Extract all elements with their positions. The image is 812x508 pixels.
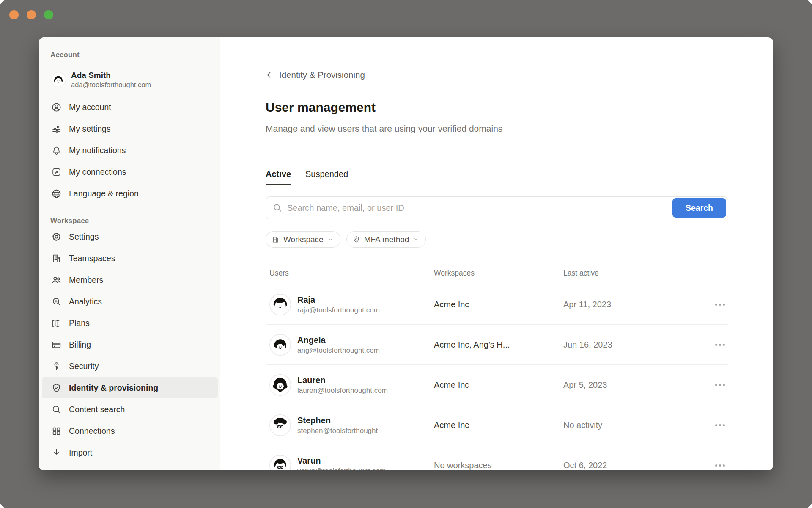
user-cell: Stephenstephen@toolsforthought — [266, 414, 434, 436]
person-circle-icon — [51, 102, 62, 113]
user-avatar — [51, 72, 66, 87]
sidebar-item-connections[interactable]: Connections — [42, 420, 218, 442]
avatar — [269, 294, 291, 315]
gear-icon — [51, 232, 62, 242]
sidebar-item-analytics[interactable]: Analytics — [42, 291, 218, 312]
sidebar-profile[interactable]: Ada Smith ada@toolsforthought.com — [42, 66, 218, 93]
sidebar-item-my-account[interactable]: My account — [42, 97, 218, 118]
sidebar-item-language-region[interactable]: Language & region — [42, 183, 218, 204]
sidebar-item-security[interactable]: Security — [42, 356, 218, 377]
workspaces-cell: Acme Inc — [434, 300, 563, 309]
sidebar-section-account: Account — [39, 50, 220, 60]
chevron-down-icon — [327, 236, 334, 243]
key-icon — [51, 361, 62, 372]
sidebar-item-label: Connections — [69, 426, 115, 436]
notion-settings-window: Account Ada Smith ada@toolsforthought.co… — [39, 37, 773, 470]
row-more-button[interactable] — [705, 344, 728, 346]
table-row: Varunvarun@toolsforthought.comNo workspa… — [266, 445, 728, 470]
users-table: Users Workspaces Last active Rajaraja@to… — [266, 262, 728, 470]
column-header-last-active: Last active — [563, 269, 705, 278]
user-email: ang@toolsforthought.com — [297, 346, 380, 355]
people-icon — [51, 275, 62, 285]
user-name: Lauren — [297, 375, 388, 386]
users-table-body: Rajaraja@toolsforthought.comAcme IncApr … — [266, 284, 728, 470]
user-email: raja@toolsforthought.com — [297, 306, 380, 315]
magnifier-plus-icon — [51, 296, 62, 307]
sidebar-item-label: My notifications — [69, 146, 126, 155]
row-more-button[interactable] — [705, 464, 728, 467]
main-panel: Identity & Provisioning User management … — [220, 37, 773, 470]
building-icon — [272, 235, 280, 243]
sidebar-section-workspace: Workspace — [39, 216, 220, 226]
table-row: Rajaraja@toolsforthought.comAcme IncApr … — [266, 284, 728, 325]
profile-email: ada@toolsforthought.com — [71, 80, 151, 89]
sidebar-item-label: Analytics — [69, 297, 102, 306]
sidebar: Account Ada Smith ada@toolsforthought.co… — [39, 37, 220, 470]
sidebar-item-label: Security — [69, 362, 99, 371]
user-name: Angela — [297, 334, 380, 346]
last-active-cell: Apr 11, 2023 — [563, 300, 705, 309]
user-name: Varun — [297, 455, 386, 467]
last-active-cell: Jun 16, 2023 — [563, 340, 705, 350]
tab-suspended[interactable]: Suspended — [305, 169, 348, 185]
sidebar-item-label: My account — [69, 102, 111, 112]
sidebar-item-my-settings[interactable]: My settings — [42, 118, 218, 139]
sidebar-item-settings[interactable]: Settings — [42, 226, 218, 247]
arrow-left-icon — [266, 70, 275, 80]
table-row: Stephenstephen@toolsforthoughtAcme IncNo… — [266, 405, 728, 445]
last-active-cell: Apr 5, 2023 — [563, 380, 705, 390]
table-row: Laurenlauren@toolsforthought.comAcme Inc… — [266, 365, 728, 405]
sidebar-item-label: Plans — [69, 318, 90, 328]
avatar — [269, 455, 291, 471]
search-input[interactable] — [266, 196, 728, 219]
globe-icon — [51, 188, 62, 199]
last-active-cell: No activity — [563, 420, 705, 430]
filter-workspace[interactable]: Workspace — [266, 231, 340, 248]
zoom-window-button[interactable] — [44, 10, 53, 19]
workspaces-cell: Acme Inc, Ang's H... — [434, 340, 563, 350]
sidebar-item-my-notifications[interactable]: My notifications — [42, 140, 218, 161]
sidebar-item-label: Teamspaces — [69, 254, 115, 263]
back-link[interactable]: Identity & Provisioning — [266, 69, 728, 80]
row-more-button[interactable] — [705, 384, 728, 386]
sidebar-item-identity-provisioning[interactable]: Identity & provisioning — [42, 377, 218, 398]
sidebar-item-import[interactable]: Import — [42, 442, 218, 463]
sidebar-item-label: Language & region — [69, 189, 139, 199]
user-name: Raja — [297, 294, 380, 306]
sidebar-item-plans[interactable]: Plans — [42, 312, 218, 334]
grid-icon — [51, 426, 62, 436]
sidebar-item-my-connections[interactable]: My connections — [42, 161, 218, 182]
row-more-button[interactable] — [705, 424, 728, 426]
sidebar-item-members[interactable]: Members — [42, 269, 218, 290]
user-cell: Angelaang@toolsforthought.com — [266, 334, 434, 356]
workspaces-cell: Acme Inc — [434, 380, 563, 390]
workspaces-cell: No workspaces — [434, 461, 563, 470]
user-cell: Varunvarun@toolsforthought.com — [266, 455, 434, 471]
minimize-window-button[interactable] — [27, 10, 36, 19]
search-button[interactable]: Search — [672, 198, 726, 218]
user-email: varun@toolsforthought.com — [297, 467, 386, 471]
close-window-button[interactable] — [9, 10, 19, 19]
user-name: Stephen — [297, 415, 378, 426]
filter-label: MFA method — [364, 235, 409, 244]
filter-bar: WorkspaceMFA method — [266, 231, 728, 248]
filter-mfa-method[interactable]: MFA method — [346, 231, 426, 248]
bell-icon — [51, 145, 62, 156]
column-header-users: Users — [266, 269, 434, 278]
row-more-button[interactable] — [705, 304, 728, 306]
sidebar-item-label: Billing — [69, 340, 91, 350]
sidebar-item-content-search[interactable]: Content search — [42, 399, 218, 420]
page-title: User management — [266, 100, 728, 115]
user-email: lauren@toolsforthought.com — [297, 386, 388, 395]
user-cell: Rajaraja@toolsforthought.com — [266, 294, 434, 315]
sidebar-item-label: Identity & provisioning — [69, 383, 158, 393]
sidebar-item-label: Members — [69, 275, 103, 285]
sidebar-item-label: My settings — [69, 124, 111, 134]
sidebar-item-billing[interactable]: Billing — [42, 334, 218, 355]
magnifier-icon — [51, 404, 62, 415]
window-controls — [9, 10, 53, 19]
credit-card-icon — [51, 340, 62, 350]
tab-active[interactable]: Active — [266, 169, 291, 185]
tab-bar: ActiveSuspended — [266, 169, 728, 185]
sidebar-item-teamspaces[interactable]: Teamspaces — [42, 248, 218, 269]
